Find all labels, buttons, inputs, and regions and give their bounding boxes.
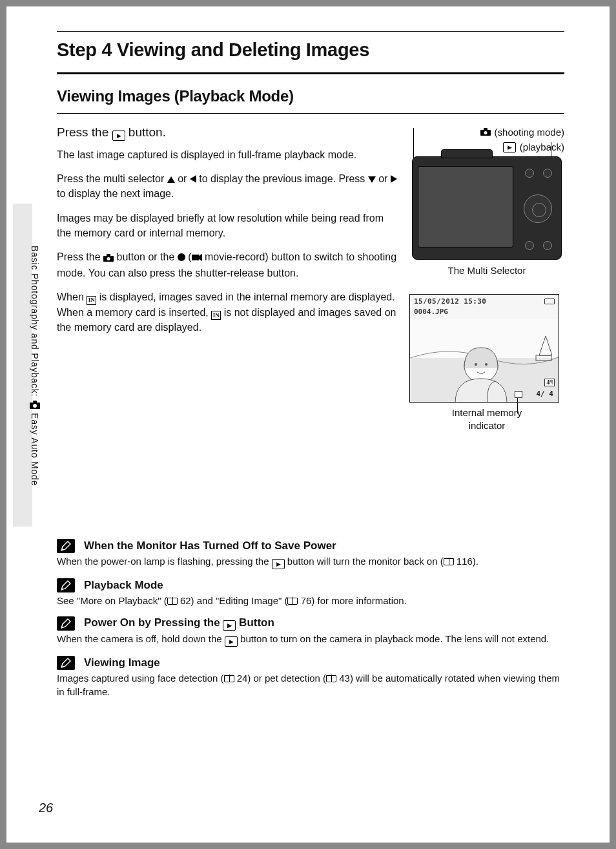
pencil-icon xyxy=(57,578,75,592)
record-dot-icon xyxy=(178,253,185,261)
camera-back-illustration xyxy=(412,156,562,260)
pencil-icon xyxy=(57,616,75,631)
camera-icon xyxy=(480,127,491,138)
note-title: When the Monitor Has Turned Off to Save … xyxy=(84,540,336,552)
svg-rect-4 xyxy=(107,254,110,257)
svg-point-16 xyxy=(475,363,477,366)
page-ref-icon xyxy=(287,598,298,605)
paragraph: Press the multi selector or to display t… xyxy=(57,171,398,201)
right-icon xyxy=(391,175,397,183)
playback-icon: ▶ xyxy=(112,131,125,141)
step-heading: Press the ▶ button. xyxy=(57,125,398,141)
note-body: Images captured using face detection ( 2… xyxy=(57,671,564,698)
page-ref-icon xyxy=(224,675,234,682)
diagram-column: (shooting mode) ▶ (playback) xyxy=(409,125,564,433)
section-title: Viewing Images (Playback Mode) xyxy=(57,87,564,105)
thick-rule xyxy=(57,72,564,74)
paragraph: Press the button or the ( movie-record) … xyxy=(57,249,398,280)
top-rule xyxy=(57,31,564,32)
playback-icon: ▶ xyxy=(225,636,238,647)
image-size-badge: 4M xyxy=(544,379,555,386)
svg-point-5 xyxy=(107,257,110,260)
svg-rect-6 xyxy=(192,255,199,260)
page-ref-icon xyxy=(326,675,336,682)
page-ref-icon xyxy=(444,558,454,565)
camera-icon xyxy=(30,401,40,409)
playback-button xyxy=(543,169,552,178)
camera-icon xyxy=(103,251,114,266)
note-body: When the camera is off, hold down the ▶ … xyxy=(57,632,564,647)
left-icon xyxy=(190,175,196,183)
note-heading: Power On by Pressing the ▶ Button xyxy=(57,616,564,631)
playback-icon: ▶ xyxy=(503,142,516,152)
image-counter: 4/ 4 xyxy=(537,390,554,398)
playback-label: ▶ (playback) xyxy=(503,142,564,152)
preview-filename: 0004.JPG xyxy=(414,308,448,316)
svg-point-17 xyxy=(485,363,488,366)
paragraph: When IN is displayed, images saved in th… xyxy=(57,289,398,335)
manual-page: Basic Photography and Playback: Easy Aut… xyxy=(6,6,610,843)
down-icon xyxy=(368,176,376,183)
pencil-icon xyxy=(57,539,75,553)
internal-memory-icon xyxy=(515,391,522,398)
paragraph: The last image captured is displayed in … xyxy=(57,147,398,162)
thin-rule xyxy=(57,113,564,114)
movie-icon xyxy=(192,251,202,262)
up-icon xyxy=(167,176,175,183)
note-title: Power On by Pressing the ▶ Button xyxy=(84,616,274,631)
camera-diagram: (shooting mode) ▶ (playback) xyxy=(409,125,564,433)
shooting-mode-label: (shooting mode) xyxy=(480,127,564,138)
paragraph: Images may be displayed briefly at low r… xyxy=(57,211,398,240)
svg-point-10 xyxy=(484,131,487,134)
side-label-pre: Basic Photography and Playback: xyxy=(30,246,40,397)
multi-selector-caption: The Multi Selector xyxy=(409,265,564,276)
side-label-post: Easy Auto Mode xyxy=(30,413,40,486)
svg-rect-1 xyxy=(33,401,37,403)
svg-rect-9 xyxy=(484,128,488,131)
note-title: Playback Mode xyxy=(84,579,163,592)
preview-datetime: 15/05/2012 15:30 xyxy=(414,297,486,306)
leader-line xyxy=(517,398,518,414)
internal-memory-caption: Internal memory indicator xyxy=(409,406,564,433)
internal-memory-icon: IN xyxy=(87,296,96,305)
svg-point-2 xyxy=(33,404,37,408)
pencil-icon xyxy=(57,656,75,670)
internal-memory-icon: IN xyxy=(211,311,221,320)
playback-icon: ▶ xyxy=(272,559,285,569)
battery-icon xyxy=(544,299,555,304)
side-chapter-label: Basic Photography and Playback: Easy Aut… xyxy=(28,246,41,530)
page-number: 26 xyxy=(39,801,53,815)
playback-icon: ▶ xyxy=(223,620,236,631)
note-heading: Playback Mode xyxy=(57,578,564,592)
playback-screen-preview: 15/05/2012 15:30 0004.JPG xyxy=(409,294,559,403)
page-ref-icon xyxy=(167,598,178,605)
note-heading: When the Monitor Has Turned Off to Save … xyxy=(57,539,564,553)
shooting-mode-button xyxy=(525,169,534,178)
note-body: See "More on Playback" ( 62) and "Editin… xyxy=(57,594,564,607)
multi-selector xyxy=(524,194,552,223)
note-title: Viewing Image xyxy=(84,656,160,669)
note-body: When the power-on lamp is flashing, pres… xyxy=(57,554,564,569)
note-heading: Viewing Image xyxy=(57,656,564,670)
page-title: Step 4 Viewing and Deleting Images xyxy=(57,39,564,61)
body-text-column: Press the ▶ button. The last image captu… xyxy=(57,125,398,433)
